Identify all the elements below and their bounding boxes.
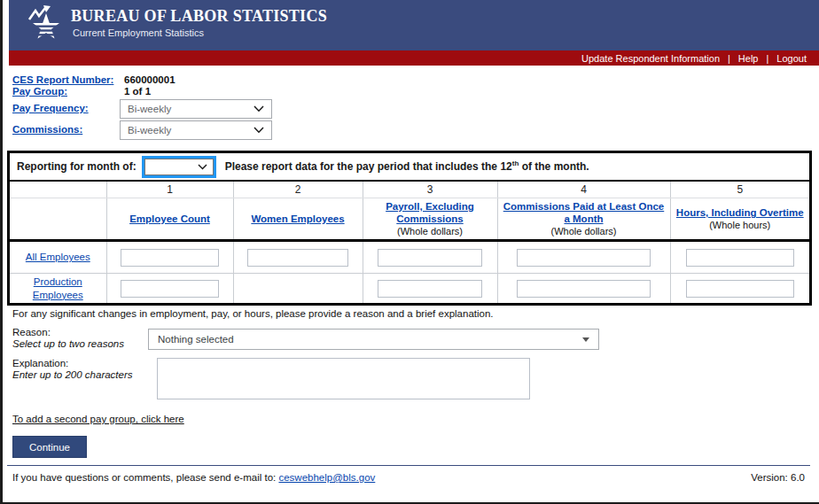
empty-cell: [233, 274, 363, 304]
reason-selected-value: Nothing selected: [158, 334, 234, 345]
chevron-down-icon: [254, 105, 264, 112]
column-number: 2: [233, 182, 363, 198]
logout-link[interactable]: Logout: [776, 53, 807, 64]
all-employees-payroll-input[interactable]: [378, 249, 482, 267]
reporting-month-select-field: [144, 159, 214, 175]
pay-group-value: 1 of 1: [124, 86, 151, 97]
all-employees-row: All Employees: [10, 241, 809, 274]
explanation-label: Explanation:: [12, 358, 68, 368]
hours-header-link[interactable]: Hours, Including Overtime: [676, 206, 804, 219]
production-employees-row-link[interactable]: Production Employees: [10, 275, 106, 302]
all-employees-women-employees-input[interactable]: [247, 249, 347, 267]
commissions-label[interactable]: Commissions:: [12, 124, 82, 135]
all-employees-hours-input[interactable]: [686, 249, 794, 267]
pay-group-label[interactable]: Pay Group:: [12, 86, 67, 97]
column-number: 1: [106, 182, 233, 198]
employee-count-header-link[interactable]: Employee Count: [129, 213, 210, 225]
column-number-row: 1 2 3 4 5: [10, 182, 809, 198]
column-number: 3: [363, 182, 497, 198]
significant-changes-note: For any significant changes in employmen…: [12, 308, 494, 319]
ces-report-page: BUREAU OF LABOR STATISTICS Current Emplo…: [0, 0, 819, 504]
footer-divider: [7, 465, 810, 466]
women-employees-header-link[interactable]: Women Employees: [251, 213, 344, 225]
pay-period-grid: 1 2 3 4 5 Employee Count Women Employees…: [10, 182, 809, 303]
utility-bar: Update Respondent Information | Help | L…: [9, 50, 819, 66]
help-link[interactable]: Help: [738, 53, 759, 64]
report-data-table: Reporting for month of: Please report da…: [7, 151, 812, 306]
site-title: BUREAU OF LABOR STATISTICS: [71, 7, 327, 26]
production-employees-commissions-input[interactable]: [517, 280, 651, 298]
corner-cell: [10, 198, 106, 241]
reason-label: Reason:: [12, 327, 51, 337]
window-left-edge: [0, 0, 3, 504]
add-second-pay-group-link[interactable]: To add a second pay group, click here: [12, 414, 184, 424]
ces-report-number-label[interactable]: CES Report Number:: [12, 74, 113, 85]
commissions-paid-header-link[interactable]: Commissions Paid at Least Once a Month: [503, 200, 665, 226]
pay-frequency-select[interactable]: Bi-weekly: [120, 99, 272, 119]
header-banner: BUREAU OF LABOR STATISTICS Current Emplo…: [9, 0, 819, 50]
reporting-month-label: Reporting for month of:: [17, 160, 136, 173]
commissions-select[interactable]: Bi-weekly: [120, 120, 272, 140]
pay-frequency-selected-value: Bi-weekly: [128, 104, 171, 114]
nav-separator: |: [720, 53, 738, 64]
ces-webhelp-email-link[interactable]: ceswebhelp@bls.gov: [278, 472, 375, 483]
column-header-row: Employee Count Women Employees Payroll, …: [10, 198, 809, 241]
production-employees-payroll-input[interactable]: [378, 280, 482, 298]
column-number: 5: [670, 182, 809, 198]
payroll-header-link[interactable]: Payroll, Excluding Commissions: [369, 200, 492, 226]
explanation-textarea[interactable]: [157, 358, 530, 399]
reason-select[interactable]: Nothing selected: [148, 329, 599, 350]
chevron-down-icon: [254, 127, 264, 134]
pay-frequency-label[interactable]: Pay Frequency:: [12, 103, 89, 113]
ces-report-number-value: 660000001: [124, 74, 176, 85]
corner-cell: [10, 182, 106, 198]
continue-button[interactable]: Continue: [12, 436, 87, 458]
commissions-selected-value: Bi-weekly: [128, 125, 171, 136]
caret-down-icon: [582, 337, 589, 342]
reason-hint: Select up to two reasons: [12, 338, 124, 349]
reporting-month-select[interactable]: [142, 156, 216, 178]
production-employees-hours-input[interactable]: [686, 280, 794, 298]
reporting-note: Please report data for the pay period th…: [225, 160, 589, 173]
site-subtitle: Current Employment Statistics: [73, 27, 204, 38]
bls-star-logo: [27, 4, 67, 47]
all-employees-row-link[interactable]: All Employees: [15, 251, 101, 264]
reporting-month-row: Reporting for month of: Please report da…: [10, 153, 809, 182]
explanation-hint: Enter up to 200 characters: [12, 369, 133, 380]
production-employees-row: Production Employees: [10, 274, 809, 304]
all-employees-commissions-input[interactable]: [517, 249, 651, 267]
update-respondent-info-link[interactable]: Update Respondent Information: [581, 53, 720, 64]
production-employees-employee-count-input[interactable]: [121, 280, 219, 298]
version-text: Version: 6.0: [751, 472, 805, 483]
all-employees-employee-count-input[interactable]: [121, 249, 219, 267]
nav-separator: |: [758, 53, 776, 64]
column-number: 4: [497, 182, 670, 198]
footer-help-text: If you have questions or comments, pleas…: [12, 472, 375, 483]
chevron-down-icon: [198, 164, 207, 170]
